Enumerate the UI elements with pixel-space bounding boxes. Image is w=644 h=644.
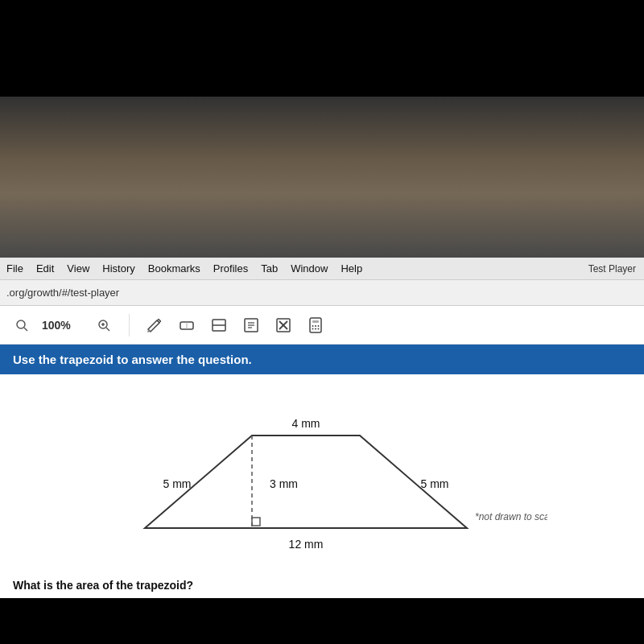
svg-point-23 bbox=[315, 328, 316, 329]
zoom-in-button[interactable] bbox=[92, 313, 116, 337]
menu-file[interactable]: File bbox=[6, 262, 23, 275]
menu-bar: File Edit View History Bookmarks Profile… bbox=[0, 258, 644, 280]
room-background bbox=[0, 97, 644, 258]
menu-tab[interactable]: Tab bbox=[261, 262, 278, 275]
svg-point-24 bbox=[317, 328, 319, 329]
right-side-label: 5 mm bbox=[421, 477, 449, 490]
zoom-level: 100% bbox=[42, 319, 71, 332]
svg-point-21 bbox=[317, 325, 319, 327]
question-header-text: Use the trapezoid to answer the question… bbox=[13, 353, 252, 366]
svg-line-5 bbox=[106, 328, 109, 331]
trapezoid-container: 4 mm 12 mm 5 mm 5 mm 3 mm *not drawn to … bbox=[16, 387, 628, 564]
question-header: Use the trapezoid to answer the question… bbox=[0, 345, 644, 374]
highlight-tool-button[interactable] bbox=[207, 313, 231, 337]
calculator-tool-button[interactable] bbox=[303, 313, 328, 337]
trapezoid-shape bbox=[145, 436, 467, 528]
svg-point-19 bbox=[312, 325, 313, 327]
left-side-label: 5 mm bbox=[163, 477, 192, 490]
question-text: What is the area of the trapezoid? bbox=[13, 579, 193, 592]
toolbar: 100% bbox=[0, 306, 644, 345]
url-text: .org/growth/#/test-player bbox=[6, 287, 119, 299]
question-text-area: What is the area of the trapezoid? bbox=[0, 572, 644, 598]
menu-history[interactable]: History bbox=[102, 262, 134, 275]
svg-point-0 bbox=[17, 320, 25, 328]
svg-point-20 bbox=[315, 325, 316, 327]
menu-edit[interactable]: Edit bbox=[36, 262, 54, 275]
url-bar[interactable]: .org/growth/#/test-player bbox=[0, 280, 644, 306]
pencil-tool-button[interactable] bbox=[142, 313, 167, 337]
content-area: Use the trapezoid to answer the question… bbox=[0, 345, 644, 598]
app-title: Test Player bbox=[588, 263, 636, 275]
toolbar-separator-1 bbox=[129, 314, 130, 336]
top-label: 4 mm bbox=[292, 417, 320, 430]
trapezoid-diagram: 4 mm 12 mm 5 mm 5 mm 3 mm *not drawn to … bbox=[97, 387, 547, 564]
svg-line-1 bbox=[24, 328, 27, 331]
menu-profiles[interactable]: Profiles bbox=[213, 262, 248, 275]
diagram-area: 4 mm 12 mm 5 mm 5 mm 3 mm *not drawn to … bbox=[0, 374, 644, 572]
menu-window[interactable]: Window bbox=[291, 262, 328, 275]
height-label: 3 mm bbox=[270, 477, 298, 490]
svg-rect-18 bbox=[312, 320, 319, 323]
svg-point-22 bbox=[312, 328, 313, 329]
flag-tool-button[interactable] bbox=[271, 313, 295, 337]
zoom-out-button[interactable] bbox=[10, 313, 34, 337]
note-tool-button[interactable] bbox=[239, 313, 263, 337]
black-top-area bbox=[0, 0, 644, 258]
menu-help[interactable]: Help bbox=[341, 262, 362, 275]
menu-view[interactable]: View bbox=[67, 262, 89, 275]
scale-note: *not drawn to scale bbox=[475, 511, 547, 522]
eraser-tool-button[interactable] bbox=[175, 313, 199, 337]
zoom-control: 100% bbox=[42, 319, 71, 332]
bottom-label: 12 mm bbox=[289, 538, 324, 551]
menu-bookmarks[interactable]: Bookmarks bbox=[148, 262, 200, 275]
